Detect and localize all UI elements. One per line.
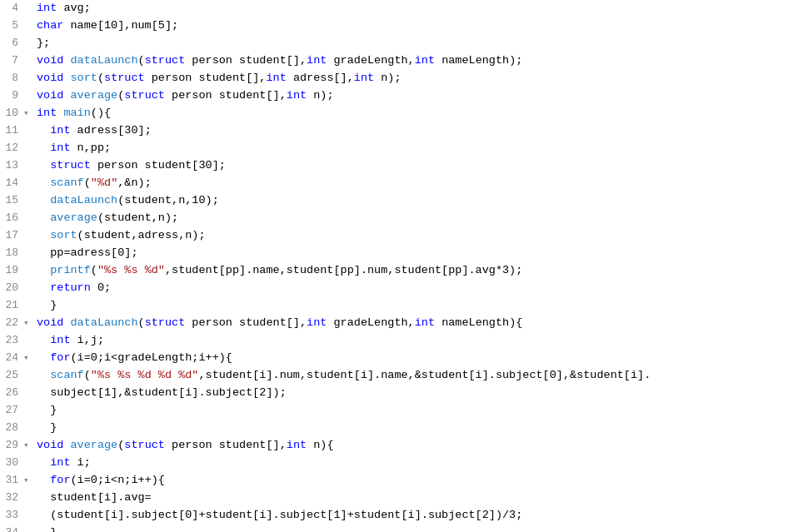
plain-token (37, 124, 50, 137)
code-line: 18 pp=adress[0]; (0, 245, 793, 262)
str-token: "%s %s %d %d %d" (91, 369, 199, 381)
fold-icon[interactable]: ▾ (23, 351, 33, 365)
plain-token (63, 89, 70, 102)
code-line: 28 } (0, 420, 793, 437)
kw-token: void (37, 316, 63, 329)
plain-token: person student[], (185, 54, 307, 67)
line-number: 13 (0, 157, 23, 174)
code-text: int avg; (33, 0, 793, 17)
line-number: 9 (0, 87, 23, 104)
fold-icon[interactable]: ▾ (23, 474, 33, 488)
fold-icon (23, 194, 33, 208)
plain-token: ( (91, 264, 97, 276)
plain-token (37, 177, 50, 189)
kw-token: int (50, 334, 70, 346)
kw-token: void (37, 54, 63, 67)
line-number: 19 (0, 262, 23, 279)
kw-token: int (307, 54, 327, 67)
plain-token: } (37, 526, 57, 532)
fold-icon (23, 142, 33, 156)
kw-token: int (287, 439, 307, 451)
code-line: 26 subject[1],&student[i].subject[2]); (0, 385, 793, 402)
kw-token: int (37, 2, 57, 14)
fold-icon (23, 491, 33, 505)
fold-icon (23, 421, 33, 435)
line-number: 15 (0, 192, 23, 209)
line-number: 29 (0, 437, 23, 454)
code-text: for(i=0;i<gradeLength;i++){ (33, 350, 793, 367)
plain-token: pp=adress[0]; (37, 246, 138, 259)
kw-token: void (37, 439, 63, 451)
fn-token: printf (50, 264, 91, 276)
plain-token: (student[i].subject[0]+student[i].subjec… (37, 509, 522, 521)
fold-icon (23, 264, 33, 278)
kw-token: struct (124, 439, 165, 451)
kw-token: int (37, 107, 57, 119)
plain-token: nameLength); (435, 54, 522, 67)
plain-token (63, 439, 70, 451)
plain-token: n); (374, 72, 401, 84)
kw-token: int (287, 89, 307, 102)
plain-token (37, 474, 50, 486)
fold-icon (23, 72, 33, 86)
fold-icon[interactable]: ▾ (23, 439, 33, 453)
fn-token: sort (50, 229, 77, 241)
line-number: 33 (0, 507, 23, 524)
code-line: 32 student[i].avg= (0, 490, 793, 507)
kw-token: int (50, 456, 70, 469)
kw-token: struct (145, 54, 186, 67)
code-text: sort(student,adress,n); (33, 227, 793, 245)
kw-token: struct (145, 316, 186, 329)
plain-token: nameLength){ (435, 316, 522, 329)
fold-icon[interactable]: ▾ (23, 316, 33, 331)
code-text: int adress[30]; (33, 122, 793, 140)
plain-token: n,pp; (71, 142, 112, 154)
line-number: 6 (0, 35, 23, 52)
plain-token: adress[], (287, 72, 354, 84)
fold-icon (23, 211, 33, 226)
code-text: void sort(struct person student[],int ad… (33, 70, 793, 87)
fn-token: average (50, 211, 97, 224)
code-line: 7 void dataLaunch(struct person student[… (0, 52, 793, 70)
code-text: } (33, 420, 793, 437)
plain-token (37, 456, 50, 469)
code-text: average(student,n); (33, 210, 793, 227)
code-line: 25 scanf("%s %s %d %d %d",student[i].num… (0, 367, 793, 385)
line-number: 26 (0, 385, 23, 401)
code-line: 10▾int main(){ (0, 105, 793, 122)
fn-token: scanf (50, 369, 84, 381)
plain-token: ( (84, 177, 91, 189)
fold-icon (23, 334, 33, 348)
code-line: 24▾ for(i=0;i<gradeLength;i++){ (0, 350, 793, 367)
line-number: 10 (0, 105, 23, 122)
plain-token (37, 211, 50, 224)
code-text: int i,j; (33, 332, 793, 350)
fn-token: dataLaunch (71, 316, 138, 329)
kw-token: int (50, 142, 70, 154)
code-line: 15 dataLaunch(student,n,10); (0, 192, 793, 210)
code-line: 11 int adress[30]; (0, 122, 793, 140)
code-text: void average(struct person student[],int… (33, 437, 793, 455)
plain-token (37, 264, 50, 276)
code-text: pp=adress[0]; (33, 245, 793, 262)
plain-token: person student[], (145, 72, 267, 84)
line-number: 11 (0, 122, 23, 139)
code-line: 29▾void average(struct person student[],… (0, 437, 793, 455)
code-line: 34 } (0, 525, 793, 532)
fn-token: main (63, 107, 90, 119)
plain-token: (i=0;i<gradeLength;i++){ (71, 351, 232, 364)
code-text: } (33, 525, 793, 532)
line-number: 22 (0, 315, 23, 331)
plain-token: ,&n); (117, 177, 152, 189)
code-line: 16 average(student,n); (0, 210, 793, 227)
plain-token: (){ (91, 107, 111, 119)
plain-token (37, 281, 50, 294)
code-text: void dataLaunch(struct person student[],… (33, 315, 793, 332)
code-line: 14 scanf("%d",&n); (0, 175, 793, 192)
kw-token: for (50, 474, 70, 486)
fold-icon[interactable]: ▾ (23, 107, 33, 121)
code-line: 6 }; (0, 35, 793, 52)
code-text: } (33, 402, 793, 420)
code-text: scanf("%s %s %d %d %d",student[i].num,st… (33, 367, 793, 385)
line-number: 21 (0, 297, 23, 314)
